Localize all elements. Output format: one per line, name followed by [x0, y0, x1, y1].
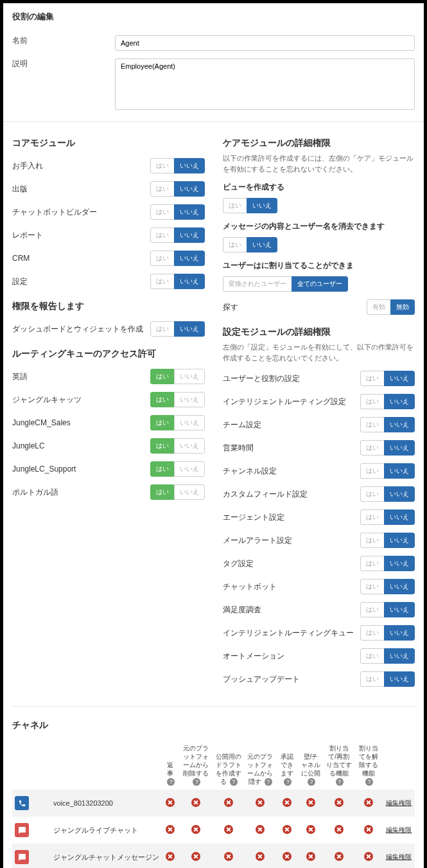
deny-icon[interactable] [283, 825, 292, 834]
core-row: 設定 はい いいえ [12, 274, 205, 289]
deny-icon[interactable] [364, 852, 373, 861]
settings-row: チーム設定 はい いいえ [223, 417, 415, 432]
description-input[interactable] [115, 58, 415, 110]
routing-title: ルーティングキューのアクセス許可 [12, 348, 205, 360]
deny-icon[interactable] [306, 798, 315, 807]
deny-icon[interactable] [256, 852, 265, 861]
settings-row-label: チャットボット [223, 581, 277, 592]
care-ed-toggle[interactable]: 有効 無効 [367, 299, 415, 315]
settings-row: 満足度調査 はい いいえ [223, 602, 415, 617]
core-toggle-2[interactable]: はい いいえ [150, 204, 205, 220]
deny-icon[interactable] [191, 798, 200, 807]
deny-icon[interactable] [191, 825, 200, 834]
care-sub-label: メッセージの内容とユーザー名を消去できます [223, 221, 415, 232]
deny-icon[interactable] [224, 825, 233, 834]
settings-toggle-13[interactable]: はい いいえ [360, 671, 415, 687]
help-icon[interactable]: ? [265, 778, 272, 786]
divider [12, 706, 415, 707]
settings-toggle-8[interactable]: はい いいえ [360, 556, 415, 571]
routing-row-label: ジャングルキャッツ [12, 394, 82, 405]
routing-toggle-0[interactable]: はい いいえ [150, 369, 205, 384]
routing-toggle-4[interactable]: はい いいえ [150, 461, 205, 477]
name-row: 名前 [12, 35, 415, 51]
page-title: 役割の編集 [12, 11, 415, 22]
settings-toggle-6[interactable]: はい いいえ [360, 509, 415, 525]
core-row: レポート はい いいえ [12, 227, 205, 243]
help-icon[interactable]: ? [167, 778, 175, 786]
help-icon[interactable]: ? [365, 778, 373, 786]
deny-icon[interactable] [364, 825, 373, 834]
chat-icon [15, 823, 29, 837]
core-toggle-4[interactable]: はい いいえ [150, 251, 205, 266]
settings-row-label: チャンネル設定 [223, 466, 277, 477]
deny-icon[interactable] [256, 825, 265, 834]
help-icon[interactable]: ? [308, 778, 315, 786]
deny-icon[interactable] [306, 825, 315, 834]
edit-permissions-link[interactable]: 編集権限 [386, 799, 412, 806]
settings-toggle-1[interactable]: はい いいえ [360, 394, 415, 409]
deny-icon[interactable] [335, 852, 344, 861]
settings-toggle-11[interactable]: はい いいえ [360, 625, 415, 641]
settings-toggle-10[interactable]: はい いいえ [360, 602, 415, 617]
settings-toggle-5[interactable]: はい いいえ [360, 486, 415, 502]
routing-row-label: 英語 [12, 371, 28, 382]
core-toggle-0[interactable]: はい いいえ [150, 158, 205, 173]
deny-icon[interactable] [335, 825, 344, 834]
routing-toggle-5[interactable]: はい いいえ [150, 484, 205, 500]
core-row: チャットボットビルダー はい いいえ [12, 204, 205, 220]
routing-row: JungleLC はい いいえ [12, 438, 205, 454]
deny-icon[interactable] [283, 852, 292, 861]
care-toggle-0[interactable]: はい いいえ [223, 198, 277, 213]
report-toggle[interactable]: はい いいえ [150, 321, 205, 337]
deny-icon[interactable] [166, 852, 175, 861]
settings-row-label: プッシュアップデート [223, 674, 300, 685]
settings-row-label: タグ設定 [223, 558, 254, 569]
settings-toggle-12[interactable]: はい いいえ [360, 648, 415, 664]
settings-row: チャットボット はい いいえ [223, 579, 415, 594]
help-icon[interactable]: ? [284, 778, 292, 786]
settings-row: チャンネル設定 はい いいえ [223, 463, 415, 479]
care-toggle-1[interactable]: はい いいえ [223, 237, 277, 252]
routing-toggle-1[interactable]: はい いいえ [150, 392, 205, 407]
deny-icon[interactable] [166, 798, 175, 807]
settings-toggle-9[interactable]: はい いいえ [360, 579, 415, 594]
deny-icon[interactable] [335, 798, 344, 807]
help-icon[interactable]: ? [193, 778, 200, 786]
deny-icon[interactable] [256, 798, 265, 807]
core-toggle-5[interactable]: はい いいえ [150, 274, 205, 289]
settings-toggle-0[interactable]: はい いいえ [360, 371, 415, 386]
channel-name: voice_8013203200 [51, 790, 162, 817]
settings-row: メールアラート設定 はい いいえ [223, 533, 415, 548]
name-input[interactable] [115, 35, 415, 51]
core-toggle-3[interactable]: はい いいえ [150, 227, 205, 243]
routing-row: ジャングルキャッツ はい いいえ [12, 392, 205, 407]
routing-toggle-2[interactable]: はい いいえ [150, 415, 205, 430]
deny-icon[interactable] [306, 852, 315, 861]
help-icon[interactable]: ? [336, 778, 344, 786]
core-toggle-1[interactable]: はい いいえ [150, 181, 205, 197]
settings-toggle-2[interactable]: はい いいえ [360, 417, 415, 432]
settings-row-label: ユーザーと役割の設定 [223, 373, 300, 384]
deny-icon[interactable] [224, 798, 233, 807]
routing-toggle-3[interactable]: はい いいえ [150, 438, 205, 454]
edit-permissions-link[interactable]: 編集権限 [386, 853, 412, 860]
edit-permissions-link[interactable]: 編集権限 [386, 826, 412, 833]
care-user-toggle[interactable]: 変換されたユーザー 全てのユーザー [223, 276, 348, 292]
deny-icon[interactable] [283, 798, 292, 807]
settings-row-label: インテリジェントルーティング設定 [223, 396, 346, 407]
settings-row: オートメーション はい いいえ [223, 648, 415, 664]
channel-header: 割り当て/再割り当てする機能 ? [323, 740, 354, 790]
deny-icon[interactable] [166, 825, 175, 834]
routing-row-label: ポルトガル語 [12, 487, 58, 498]
settings-row-label: カスタムフィールド設定 [223, 489, 308, 500]
deny-icon[interactable] [191, 852, 200, 861]
settings-toggle-3[interactable]: はい いいえ [360, 440, 415, 456]
deny-icon[interactable] [364, 798, 373, 807]
routing-row-label: JungleLC [12, 441, 45, 450]
channel-row: ジャングルチャットメッセージン 編集権限 [12, 844, 415, 868]
deny-icon[interactable] [224, 852, 233, 861]
help-icon[interactable]: ? [230, 778, 238, 786]
settings-toggle-7[interactable]: はい いいえ [360, 533, 415, 548]
settings-toggle-4[interactable]: はい いいえ [360, 463, 415, 479]
settings-row-label: エージェント設定 [223, 512, 284, 523]
